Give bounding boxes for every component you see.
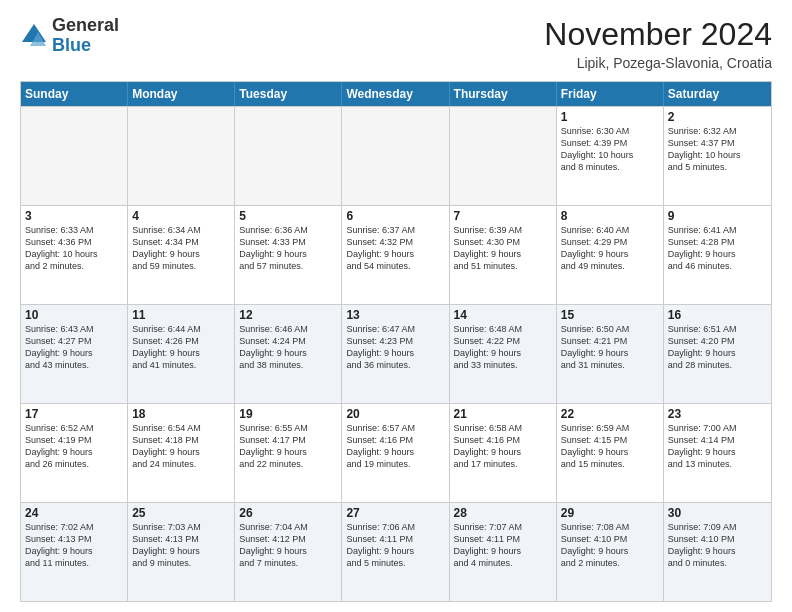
calendar-row-2: 10Sunrise: 6:43 AM Sunset: 4:27 PM Dayli… bbox=[21, 304, 771, 403]
day-number: 24 bbox=[25, 506, 123, 520]
day-info: Sunrise: 6:33 AM Sunset: 4:36 PM Dayligh… bbox=[25, 224, 123, 273]
calendar-cell: 13Sunrise: 6:47 AM Sunset: 4:23 PM Dayli… bbox=[342, 305, 449, 403]
logo-text: General Blue bbox=[52, 16, 119, 56]
day-info: Sunrise: 6:52 AM Sunset: 4:19 PM Dayligh… bbox=[25, 422, 123, 471]
day-info: Sunrise: 6:59 AM Sunset: 4:15 PM Dayligh… bbox=[561, 422, 659, 471]
calendar-cell: 2Sunrise: 6:32 AM Sunset: 4:37 PM Daylig… bbox=[664, 107, 771, 205]
calendar-cell: 6Sunrise: 6:37 AM Sunset: 4:32 PM Daylig… bbox=[342, 206, 449, 304]
calendar-cell: 25Sunrise: 7:03 AM Sunset: 4:13 PM Dayli… bbox=[128, 503, 235, 601]
day-number: 7 bbox=[454, 209, 552, 223]
header: General Blue November 2024 Lipik, Pozega… bbox=[20, 16, 772, 71]
calendar-cell: 28Sunrise: 7:07 AM Sunset: 4:11 PM Dayli… bbox=[450, 503, 557, 601]
title-block: November 2024 Lipik, Pozega-Slavonia, Cr… bbox=[544, 16, 772, 71]
day-number: 14 bbox=[454, 308, 552, 322]
day-number: 15 bbox=[561, 308, 659, 322]
calendar-cell: 10Sunrise: 6:43 AM Sunset: 4:27 PM Dayli… bbox=[21, 305, 128, 403]
day-info: Sunrise: 7:09 AM Sunset: 4:10 PM Dayligh… bbox=[668, 521, 767, 570]
day-number: 3 bbox=[25, 209, 123, 223]
day-number: 1 bbox=[561, 110, 659, 124]
day-info: Sunrise: 6:55 AM Sunset: 4:17 PM Dayligh… bbox=[239, 422, 337, 471]
calendar-cell: 15Sunrise: 6:50 AM Sunset: 4:21 PM Dayli… bbox=[557, 305, 664, 403]
calendar-cell: 9Sunrise: 6:41 AM Sunset: 4:28 PM Daylig… bbox=[664, 206, 771, 304]
calendar-cell: 23Sunrise: 7:00 AM Sunset: 4:14 PM Dayli… bbox=[664, 404, 771, 502]
calendar-cell: 5Sunrise: 6:36 AM Sunset: 4:33 PM Daylig… bbox=[235, 206, 342, 304]
day-info: Sunrise: 6:57 AM Sunset: 4:16 PM Dayligh… bbox=[346, 422, 444, 471]
calendar-cell: 19Sunrise: 6:55 AM Sunset: 4:17 PM Dayli… bbox=[235, 404, 342, 502]
logo-blue: Blue bbox=[52, 35, 91, 55]
day-number: 20 bbox=[346, 407, 444, 421]
day-number: 21 bbox=[454, 407, 552, 421]
day-number: 18 bbox=[132, 407, 230, 421]
day-info: Sunrise: 6:58 AM Sunset: 4:16 PM Dayligh… bbox=[454, 422, 552, 471]
calendar-header-saturday: Saturday bbox=[664, 82, 771, 106]
location: Lipik, Pozega-Slavonia, Croatia bbox=[544, 55, 772, 71]
day-number: 30 bbox=[668, 506, 767, 520]
calendar-header-thursday: Thursday bbox=[450, 82, 557, 106]
day-number: 29 bbox=[561, 506, 659, 520]
logo-icon bbox=[20, 22, 48, 50]
calendar-cell: 3Sunrise: 6:33 AM Sunset: 4:36 PM Daylig… bbox=[21, 206, 128, 304]
day-info: Sunrise: 6:44 AM Sunset: 4:26 PM Dayligh… bbox=[132, 323, 230, 372]
day-info: Sunrise: 7:00 AM Sunset: 4:14 PM Dayligh… bbox=[668, 422, 767, 471]
day-info: Sunrise: 6:34 AM Sunset: 4:34 PM Dayligh… bbox=[132, 224, 230, 273]
calendar-cell: 29Sunrise: 7:08 AM Sunset: 4:10 PM Dayli… bbox=[557, 503, 664, 601]
calendar-cell bbox=[21, 107, 128, 205]
day-info: Sunrise: 6:36 AM Sunset: 4:33 PM Dayligh… bbox=[239, 224, 337, 273]
day-info: Sunrise: 7:03 AM Sunset: 4:13 PM Dayligh… bbox=[132, 521, 230, 570]
calendar-cell bbox=[128, 107, 235, 205]
day-number: 5 bbox=[239, 209, 337, 223]
calendar-cell: 30Sunrise: 7:09 AM Sunset: 4:10 PM Dayli… bbox=[664, 503, 771, 601]
day-info: Sunrise: 6:37 AM Sunset: 4:32 PM Dayligh… bbox=[346, 224, 444, 273]
calendar-row-3: 17Sunrise: 6:52 AM Sunset: 4:19 PM Dayli… bbox=[21, 403, 771, 502]
day-info: Sunrise: 6:47 AM Sunset: 4:23 PM Dayligh… bbox=[346, 323, 444, 372]
day-number: 13 bbox=[346, 308, 444, 322]
calendar-cell: 4Sunrise: 6:34 AM Sunset: 4:34 PM Daylig… bbox=[128, 206, 235, 304]
day-info: Sunrise: 7:07 AM Sunset: 4:11 PM Dayligh… bbox=[454, 521, 552, 570]
day-info: Sunrise: 6:32 AM Sunset: 4:37 PM Dayligh… bbox=[668, 125, 767, 174]
day-info: Sunrise: 7:08 AM Sunset: 4:10 PM Dayligh… bbox=[561, 521, 659, 570]
calendar-header-tuesday: Tuesday bbox=[235, 82, 342, 106]
day-number: 11 bbox=[132, 308, 230, 322]
calendar-cell: 14Sunrise: 6:48 AM Sunset: 4:22 PM Dayli… bbox=[450, 305, 557, 403]
calendar-header-row: SundayMondayTuesdayWednesdayThursdayFrid… bbox=[21, 82, 771, 106]
calendar-header-monday: Monday bbox=[128, 82, 235, 106]
calendar-cell: 16Sunrise: 6:51 AM Sunset: 4:20 PM Dayli… bbox=[664, 305, 771, 403]
calendar-cell: 26Sunrise: 7:04 AM Sunset: 4:12 PM Dayli… bbox=[235, 503, 342, 601]
calendar-cell: 22Sunrise: 6:59 AM Sunset: 4:15 PM Dayli… bbox=[557, 404, 664, 502]
day-number: 19 bbox=[239, 407, 337, 421]
day-number: 2 bbox=[668, 110, 767, 124]
logo-general: General bbox=[52, 15, 119, 35]
day-number: 9 bbox=[668, 209, 767, 223]
calendar-cell: 7Sunrise: 6:39 AM Sunset: 4:30 PM Daylig… bbox=[450, 206, 557, 304]
calendar-cell: 27Sunrise: 7:06 AM Sunset: 4:11 PM Dayli… bbox=[342, 503, 449, 601]
day-info: Sunrise: 7:04 AM Sunset: 4:12 PM Dayligh… bbox=[239, 521, 337, 570]
day-info: Sunrise: 7:06 AM Sunset: 4:11 PM Dayligh… bbox=[346, 521, 444, 570]
logo: General Blue bbox=[20, 16, 119, 56]
day-info: Sunrise: 6:48 AM Sunset: 4:22 PM Dayligh… bbox=[454, 323, 552, 372]
calendar-header-wednesday: Wednesday bbox=[342, 82, 449, 106]
day-number: 22 bbox=[561, 407, 659, 421]
calendar-cell bbox=[235, 107, 342, 205]
calendar-cell: 17Sunrise: 6:52 AM Sunset: 4:19 PM Dayli… bbox=[21, 404, 128, 502]
day-info: Sunrise: 6:40 AM Sunset: 4:29 PM Dayligh… bbox=[561, 224, 659, 273]
day-number: 8 bbox=[561, 209, 659, 223]
day-info: Sunrise: 6:46 AM Sunset: 4:24 PM Dayligh… bbox=[239, 323, 337, 372]
calendar: SundayMondayTuesdayWednesdayThursdayFrid… bbox=[20, 81, 772, 602]
calendar-cell: 1Sunrise: 6:30 AM Sunset: 4:39 PM Daylig… bbox=[557, 107, 664, 205]
day-number: 6 bbox=[346, 209, 444, 223]
day-info: Sunrise: 6:51 AM Sunset: 4:20 PM Dayligh… bbox=[668, 323, 767, 372]
day-number: 26 bbox=[239, 506, 337, 520]
day-info: Sunrise: 6:39 AM Sunset: 4:30 PM Dayligh… bbox=[454, 224, 552, 273]
day-number: 23 bbox=[668, 407, 767, 421]
calendar-header-friday: Friday bbox=[557, 82, 664, 106]
calendar-cell: 8Sunrise: 6:40 AM Sunset: 4:29 PM Daylig… bbox=[557, 206, 664, 304]
month-title: November 2024 bbox=[544, 16, 772, 53]
day-number: 4 bbox=[132, 209, 230, 223]
calendar-cell: 24Sunrise: 7:02 AM Sunset: 4:13 PM Dayli… bbox=[21, 503, 128, 601]
calendar-cell: 18Sunrise: 6:54 AM Sunset: 4:18 PM Dayli… bbox=[128, 404, 235, 502]
day-number: 28 bbox=[454, 506, 552, 520]
day-number: 12 bbox=[239, 308, 337, 322]
page: General Blue November 2024 Lipik, Pozega… bbox=[0, 0, 792, 612]
calendar-row-0: 1Sunrise: 6:30 AM Sunset: 4:39 PM Daylig… bbox=[21, 106, 771, 205]
day-info: Sunrise: 6:41 AM Sunset: 4:28 PM Dayligh… bbox=[668, 224, 767, 273]
